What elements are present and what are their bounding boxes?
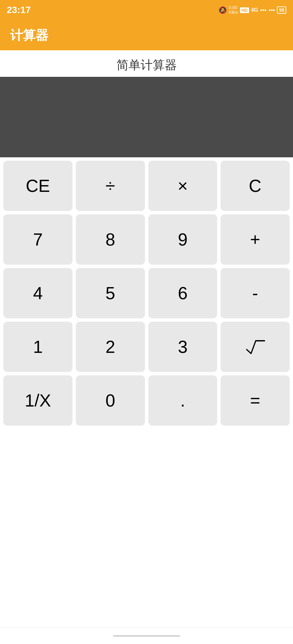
btn-plus[interactable]: +	[221, 214, 290, 265]
btn-0[interactable]: 0	[76, 375, 145, 426]
bottom-nav	[0, 627, 293, 644]
btn-ce[interactable]: CE	[3, 161, 72, 211]
calculator-grid: CE ÷ × C 7 8 9 + 4 5 6 - 1 2 3 1/X 0 . =	[0, 157, 293, 429]
app-title: 计算器	[10, 27, 48, 44]
page-title-container: 简单计算器	[0, 50, 293, 77]
remaining-space	[0, 429, 293, 627]
network-speed: 0.00KB/s	[229, 5, 238, 15]
bottom-nav-indicator	[113, 635, 180, 637]
btn-clear[interactable]: C	[221, 161, 290, 211]
calculator-display	[0, 77, 293, 157]
btn-8[interactable]: 8	[76, 214, 145, 265]
btn-4[interactable]: 4	[3, 268, 72, 318]
btn-divide[interactable]: ÷	[76, 161, 145, 211]
status-icons: 🔕 0.00KB/s HD 4G ▪▪▪ ▪▪▪ 99	[218, 5, 286, 15]
signal-bars-2: ▪▪▪	[268, 7, 275, 14]
status-bar: 23:17 🔕 0.00KB/s HD 4G ▪▪▪ ▪▪▪ 99	[0, 0, 293, 20]
btn-7[interactable]: 7	[3, 214, 72, 265]
status-time: 23:17	[7, 5, 31, 15]
btn-minus[interactable]: -	[221, 268, 290, 318]
btn-2[interactable]: 2	[76, 322, 145, 372]
btn-reciprocal[interactable]: 1/X	[3, 375, 72, 426]
signal-bars: ▪▪▪	[260, 7, 266, 14]
btn-9[interactable]: 9	[148, 214, 217, 265]
btn-equals[interactable]: =	[221, 375, 290, 426]
btn-dot[interactable]: .	[148, 375, 217, 426]
app-bar: 计算器	[0, 20, 293, 50]
carrier-4g: 4G	[251, 7, 258, 13]
battery-indicator: 99	[277, 6, 286, 14]
btn-5[interactable]: 5	[76, 268, 145, 318]
page-title: 简单计算器	[116, 58, 177, 72]
btn-multiply[interactable]: ×	[148, 161, 217, 211]
btn-1[interactable]: 1	[3, 322, 72, 372]
notification-icon: 🔕	[218, 6, 227, 14]
btn-sqrt[interactable]	[221, 322, 290, 372]
btn-6[interactable]: 6	[148, 268, 217, 318]
btn-3[interactable]: 3	[148, 322, 217, 372]
hd-badge: HD	[240, 7, 249, 13]
